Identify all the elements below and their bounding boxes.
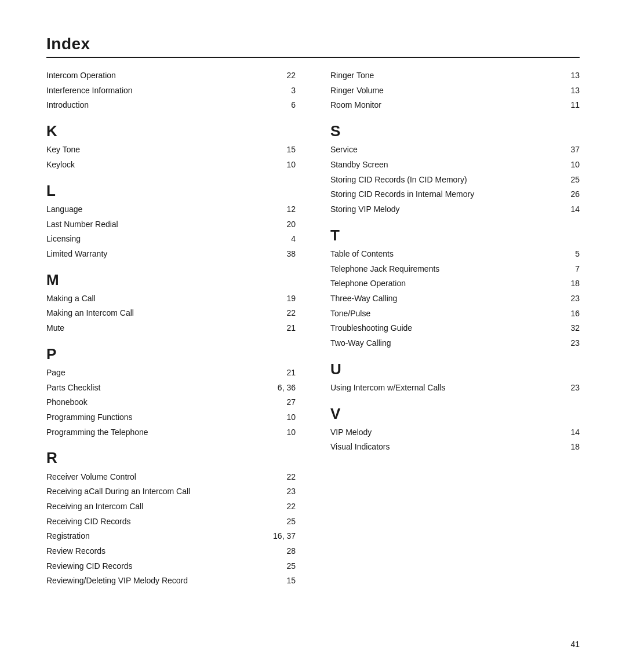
- entry-label: Review Records: [46, 545, 272, 558]
- entry-label: Receiver Volume Control: [46, 471, 272, 484]
- index-entry: Tone/Pulse16: [330, 306, 580, 322]
- entry-page: 16: [556, 308, 580, 320]
- index-entry: Keylock10: [46, 158, 296, 173]
- entry-label: Telephone Jack Requirements: [330, 263, 556, 276]
- index-entry: Language12: [46, 202, 296, 217]
- entry-label: Visual Indicators: [330, 441, 556, 454]
- entry-page: 4: [272, 233, 296, 246]
- index-entry: Interference Information3: [46, 83, 296, 98]
- entry-page: 32: [556, 322, 580, 335]
- entry-page: 22: [272, 501, 296, 513]
- entry-page: 21: [272, 322, 296, 335]
- entry-page: 22: [272, 70, 296, 82]
- entry-label: Programming the Telephone: [46, 426, 272, 439]
- index-entry: Introduction6: [46, 98, 296, 113]
- entry-page: 5: [556, 248, 580, 261]
- entry-page: 23: [556, 337, 580, 350]
- entry-page: 23: [272, 485, 296, 498]
- entry-label: Receiving an Intercom Call: [46, 501, 272, 513]
- index-entry: Ringer Tone13: [330, 68, 580, 83]
- index-entry: Licensing4: [46, 232, 296, 247]
- title-divider: [46, 57, 580, 58]
- entry-label: Limited Warranty: [46, 248, 272, 261]
- entry-label: Standby Screen: [330, 159, 556, 171]
- entry-page: 20: [272, 218, 296, 231]
- entry-page: 18: [556, 277, 580, 290]
- entry-label: Introduction: [46, 99, 272, 112]
- entry-page: 23: [556, 293, 580, 305]
- index-entry: Visual Indicators18: [330, 440, 580, 455]
- entry-page: 14: [556, 426, 580, 439]
- entry-page: 28: [272, 545, 296, 558]
- entry-label: Interference Information: [46, 85, 272, 97]
- entry-page: 10: [556, 159, 580, 171]
- entry-label: Three-Way Calling: [330, 293, 556, 305]
- section-letter-v: V: [330, 405, 580, 423]
- index-entry: Making a Call19: [46, 291, 296, 306]
- left-column: Intercom Operation22Interference Informa…: [46, 68, 296, 589]
- entry-page: 14: [556, 203, 580, 216]
- index-entry: Ringer Volume13: [330, 83, 580, 98]
- entry-label: Keylock: [46, 159, 272, 171]
- entry-label: Registration: [46, 530, 272, 543]
- entry-page: 12: [272, 203, 296, 216]
- entry-page: 10: [272, 426, 296, 439]
- entry-page: 22: [272, 307, 296, 320]
- index-entry: Two-Way Calling23: [330, 336, 580, 351]
- index-entry: Receiving CID Records25: [46, 514, 296, 529]
- entry-page: 7: [556, 263, 580, 276]
- page-container: Index Intercom Operation22Interference I…: [0, 0, 626, 623]
- entry-label: Two-Way Calling: [330, 337, 556, 350]
- entry-page: 13: [556, 85, 580, 97]
- entry-page: 15: [272, 575, 296, 587]
- entry-label: Table of Contents: [330, 248, 556, 261]
- section-letter-s: S: [330, 122, 580, 140]
- right-column: Ringer Tone13Ringer Volume13Room Monitor…: [330, 68, 580, 589]
- entry-page: 11: [556, 99, 580, 112]
- index-entry: Mute21: [46, 321, 296, 336]
- index-entry: Review Records28: [46, 544, 296, 559]
- section-letter-k: K: [46, 122, 296, 140]
- index-entry: Phonebook27: [46, 395, 296, 410]
- entry-page: 26: [556, 188, 580, 201]
- index-entry: Telephone Jack Requirements7: [330, 262, 580, 277]
- section-letter-u: U: [330, 360, 580, 378]
- section-letter-t: T: [330, 227, 580, 244]
- index-entry: Service37: [330, 143, 580, 158]
- entry-page: 23: [556, 382, 580, 395]
- entry-page: 6: [272, 99, 296, 112]
- entry-label: Storing CID Records in Internal Memory: [330, 188, 556, 201]
- index-entry: Programming Functions10: [46, 410, 296, 425]
- index-entry: Programming the Telephone10: [46, 425, 296, 440]
- entry-page: 37: [556, 144, 580, 156]
- entry-label: Room Monitor: [330, 99, 556, 112]
- entry-label: Service: [330, 144, 556, 156]
- index-entry: Telephone Operation18: [330, 276, 580, 291]
- entry-page: 16, 37: [272, 530, 296, 543]
- section-letter-r: R: [46, 449, 296, 467]
- entry-label: Reviewing CID Records: [46, 560, 272, 573]
- entry-label: Receiving aCall During an Intercom Call: [46, 485, 272, 498]
- entry-label: Reviewing/Deleting VIP Melody Record: [46, 575, 272, 587]
- index-entry: VIP Melody14: [330, 425, 580, 440]
- index-entry: Limited Warranty38: [46, 247, 296, 262]
- index-entry: Intercom Operation22: [46, 68, 296, 83]
- index-entry: Storing CID Records (In CID Memory)25: [330, 173, 580, 188]
- entry-label: Phonebook: [46, 396, 272, 409]
- entry-label: Licensing: [46, 233, 272, 246]
- entry-label: Storing CID Records (In CID Memory): [330, 174, 556, 187]
- entry-label: Mute: [46, 322, 272, 335]
- index-entry: Standby Screen10: [330, 158, 580, 173]
- index-entry: Page21: [46, 366, 296, 381]
- index-entry: Storing CID Records in Internal Memory26: [330, 187, 580, 202]
- entry-label: Making a Call: [46, 293, 272, 305]
- index-entry: Room Monitor11: [330, 98, 580, 113]
- section-letter-p: P: [46, 345, 296, 363]
- index-entry: Parts Checklist6, 36: [46, 381, 296, 396]
- entry-label: Making an Intercom Call: [46, 307, 272, 320]
- entry-label: Key Tone: [46, 144, 272, 156]
- entry-page: 10: [272, 159, 296, 171]
- entry-label: VIP Melody: [330, 426, 556, 439]
- index-entry: Receiving aCall During an Intercom Call2…: [46, 484, 296, 499]
- entry-label: Storing VIP Melody: [330, 203, 556, 216]
